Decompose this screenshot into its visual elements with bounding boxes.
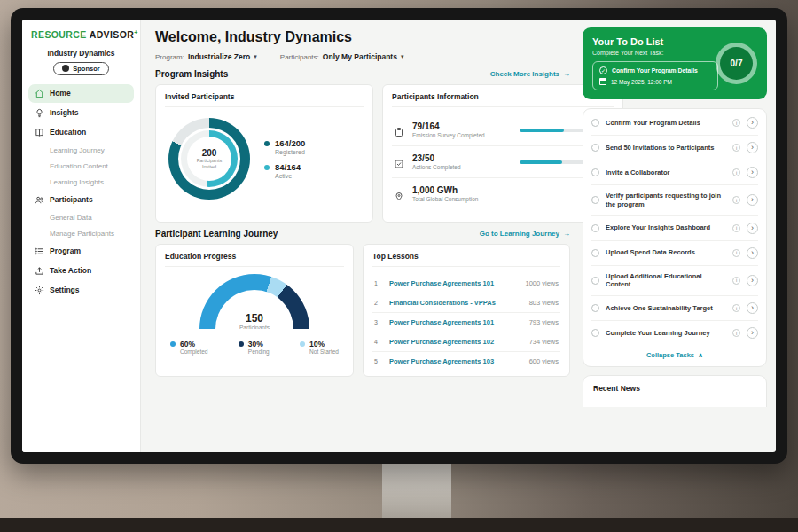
check-more-insights-link[interactable]: Check More Insights → bbox=[490, 70, 570, 78]
sidebar-item-education-content[interactable]: Education Content bbox=[28, 159, 134, 174]
sponsor-icon bbox=[62, 65, 69, 72]
recent-news-title: Recent News bbox=[593, 384, 756, 393]
donut-legend: 164/200 Registered 84/164 Active bbox=[264, 131, 305, 186]
book-icon bbox=[35, 128, 44, 137]
program-insights-section-header: Program Insights Check More Insights → bbox=[155, 69, 570, 79]
chevron-right-button[interactable]: › bbox=[747, 275, 758, 286]
info-icon: i bbox=[732, 168, 740, 176]
sidebar: RESOURCE ADVISOR+ Industry Dynamics Spon… bbox=[22, 20, 141, 452]
task-item[interactable]: Upload Additional Educational Content i … bbox=[591, 266, 758, 297]
chevron-right-button[interactable]: › bbox=[747, 327, 758, 339]
lesson-link[interactable]: Financial Considerations - VPPAs bbox=[389, 299, 521, 307]
dashboard-screen: RESOURCE ADVISOR+ Industry Dynamics Spon… bbox=[22, 20, 776, 452]
legend-pending: 30%Pending bbox=[239, 340, 270, 355]
chevron-right-button[interactable]: › bbox=[747, 142, 758, 153]
task-item[interactable]: Complete Your Learning Journey i › bbox=[591, 321, 758, 345]
task-checkbox[interactable] bbox=[591, 196, 599, 204]
sidebar-item-manage-participants[interactable]: Manage Participants bbox=[28, 226, 134, 241]
recent-news-card: Recent News bbox=[583, 375, 767, 407]
lesson-link[interactable]: Power Purchase Agreements 103 bbox=[389, 357, 521, 365]
sidebar-item-education[interactable]: Education bbox=[28, 123, 134, 142]
chevron-right-button[interactable]: › bbox=[747, 167, 758, 178]
lesson-link[interactable]: Power Purchase Agreements 101 bbox=[389, 318, 521, 326]
info-icon: i bbox=[732, 196, 740, 204]
info-icon: i bbox=[732, 224, 740, 232]
sidebar-item-learning-insights[interactable]: Learning Insights bbox=[28, 175, 134, 190]
info-icon: i bbox=[732, 304, 740, 312]
task-item[interactable]: Invite a Collaborator i › bbox=[591, 160, 758, 185]
gear-icon bbox=[35, 286, 44, 295]
sidebar-item-home[interactable]: Home bbox=[28, 84, 134, 103]
check-icon: ✓ bbox=[599, 66, 607, 74]
chevron-down-icon: ▾ bbox=[254, 53, 257, 60]
donut-center: 200 Participants Invited bbox=[187, 137, 231, 181]
chevron-right-button[interactable]: › bbox=[747, 247, 758, 259]
task-checkbox[interactable] bbox=[591, 119, 599, 127]
page-title: Welcome, Industry Dynamics bbox=[155, 29, 570, 45]
card-title: Invited Participants bbox=[165, 92, 364, 107]
sidebar-item-participants[interactable]: Participants bbox=[28, 191, 134, 209]
arrow-right-icon: → bbox=[563, 70, 570, 78]
task-item[interactable]: Send 50 Invitations to Participants i › bbox=[591, 136, 758, 160]
info-icon: i bbox=[732, 144, 740, 152]
desk-edge bbox=[0, 518, 798, 532]
next-task-box[interactable]: ✓ Confirm Your Program Details 12 May 20… bbox=[592, 61, 718, 90]
filters-bar: Program: Industrialize Zero ▾ Participan… bbox=[155, 52, 570, 61]
legend-active: 84/164 Active bbox=[264, 162, 305, 179]
checklist-icon bbox=[394, 157, 404, 168]
task-item[interactable]: Verify participants requesting to join t… bbox=[591, 185, 758, 216]
participants-filter[interactable]: Participants: Only My Participants ▾ bbox=[280, 52, 404, 61]
top-lessons-card: Top Lessons 1 Power Purchase Agreements … bbox=[363, 244, 570, 377]
legend-not-started: 10%Not Started bbox=[300, 340, 339, 355]
learning-journey-section-header: Participant Learning Journey Go to Learn… bbox=[155, 229, 570, 239]
task-item[interactable]: Achieve One Sustainability Target i › bbox=[591, 296, 758, 321]
home-icon bbox=[35, 89, 44, 98]
sidebar-item-take-action[interactable]: Take Action bbox=[28, 262, 134, 280]
main-content: Welcome, Industry Dynamics Program: Indu… bbox=[141, 20, 581, 452]
chevron-right-button[interactable]: › bbox=[747, 194, 758, 206]
lesson-link[interactable]: Power Purchase Agreements 102 bbox=[389, 338, 521, 346]
scene: RESOURCE ADVISOR+ Industry Dynamics Spon… bbox=[0, 0, 798, 532]
task-checkbox[interactable] bbox=[591, 277, 599, 285]
legend-dot bbox=[300, 341, 305, 347]
location-pin-icon bbox=[394, 189, 404, 200]
sponsor-badge: Sponsor bbox=[53, 62, 108, 75]
legend-dot bbox=[170, 341, 176, 347]
sidebar-item-insights[interactable]: Insights bbox=[28, 104, 134, 122]
program-filter[interactable]: Program: Industrialize Zero ▾ bbox=[155, 52, 257, 61]
task-item[interactable]: Upload Spend Data Records i › bbox=[591, 241, 758, 266]
go-to-learning-journey-link[interactable]: Go to Learning Journey → bbox=[480, 230, 570, 238]
monitor-stand bbox=[382, 459, 451, 521]
task-checkbox[interactable] bbox=[591, 168, 599, 176]
sidebar-item-learning-journey[interactable]: Learning Journey bbox=[28, 143, 134, 158]
tasks-card: Confirm Your Program Details i › Send 50… bbox=[583, 108, 767, 367]
chevron-right-button[interactable]: › bbox=[747, 117, 758, 129]
task-checkbox[interactable] bbox=[591, 249, 599, 257]
learning-journey-title: Participant Learning Journey bbox=[155, 229, 278, 239]
sidebar-item-program[interactable]: Program bbox=[28, 242, 134, 261]
org-name: Industry Dynamics bbox=[28, 49, 134, 58]
todo-list-card: Your To Do List Complete Your Next Task:… bbox=[583, 27, 767, 99]
lesson-row: 2 Financial Considerations - VPPAs 803 v… bbox=[372, 293, 560, 313]
invited-participants-card: Invited Participants 200 Participants In… bbox=[155, 84, 373, 223]
todo-progress-ring: 0/7 bbox=[716, 43, 757, 84]
task-checkbox[interactable] bbox=[591, 304, 599, 312]
chevron-right-button[interactable]: › bbox=[747, 223, 758, 234]
lesson-row: 5 Power Purchase Agreements 103 600 view… bbox=[372, 352, 560, 371]
sidebar-item-general-data[interactable]: General Data bbox=[28, 210, 134, 225]
collapse-tasks-link[interactable]: Collapse Tasks ∧ bbox=[591, 345, 758, 362]
chevron-right-button[interactable]: › bbox=[747, 302, 758, 314]
sidebar-item-settings[interactable]: Settings bbox=[28, 281, 134, 300]
task-checkbox[interactable] bbox=[591, 329, 599, 337]
monitor-bezel: RESOURCE ADVISOR+ Industry Dynamics Spon… bbox=[11, 8, 787, 464]
legend-completed: 60%Completed bbox=[170, 340, 207, 355]
lesson-row: 1 Power Purchase Agreements 101 1000 vie… bbox=[372, 274, 560, 293]
task-checkbox[interactable] bbox=[591, 144, 599, 152]
legend-dot bbox=[239, 341, 244, 347]
card-title: Top Lessons bbox=[372, 252, 560, 267]
task-checkbox[interactable] bbox=[591, 224, 599, 232]
lesson-link[interactable]: Power Purchase Agreements 101 bbox=[389, 279, 517, 287]
task-item[interactable]: Explore Your Insights Dashboard i › bbox=[591, 216, 758, 241]
task-item[interactable]: Confirm Your Program Details i › bbox=[591, 111, 758, 136]
info-icon: i bbox=[732, 249, 740, 257]
